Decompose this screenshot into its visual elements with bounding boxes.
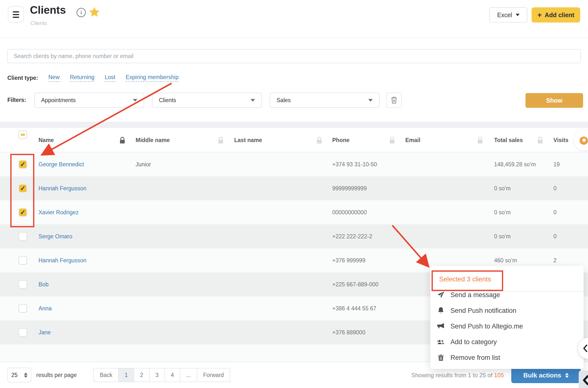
lock-icon[interactable] <box>217 137 224 144</box>
client-name-link[interactable]: Jane <box>38 329 51 336</box>
trash-icon <box>390 96 398 104</box>
results-summary: Showing results from 1 to 25 of 105 <box>411 372 504 379</box>
add-client-button[interactable]: + Add client <box>532 7 580 23</box>
client-visits: 2 <box>553 257 557 264</box>
client-type-lost[interactable]: Lost <box>105 74 115 82</box>
client-type-new[interactable]: New <box>48 74 60 82</box>
table-row: George Bennedict Junior +374 93 31-10-50… <box>0 152 588 176</box>
pagination-ellipsis[interactable]: ... <box>180 368 197 382</box>
hamburger-icon <box>13 11 19 12</box>
column-header-phone[interactable]: Phone <box>332 128 349 152</box>
row-checkbox[interactable] <box>18 304 27 313</box>
results-per-page-select[interactable]: 25 <box>7 368 31 382</box>
pagination-page-4[interactable]: 4 <box>164 368 181 382</box>
menu-item-send-push-altegio[interactable]: Send Push to Altegio.me <box>430 318 584 334</box>
lock-icon[interactable] <box>389 137 395 144</box>
results-total: 105 <box>494 372 504 378</box>
column-header-total-sales[interactable]: Total sales <box>494 128 523 152</box>
dropdown-arrow-icon <box>251 99 255 102</box>
show-filters-button[interactable]: Show <box>526 93 583 108</box>
client-phone: +222 222-222-2 <box>332 233 372 240</box>
table-row: Xavier Rodrigez 00000000000 0 so’m 0 <box>0 200 588 224</box>
filter-dropdown-appointments[interactable]: Appointments <box>34 93 144 108</box>
select-all-checkbox[interactable] <box>18 130 27 139</box>
excel-export-button[interactable]: Excel <box>489 7 527 23</box>
column-header-email[interactable]: Email <box>405 128 420 152</box>
results-per-page-label: results per page <box>36 372 77 378</box>
bell-icon <box>437 307 444 314</box>
filter-dropdown-clients[interactable]: Clients <box>152 93 262 108</box>
bulk-selection-menu: Selected 3 clients Send a message Send P… <box>430 266 584 369</box>
client-phone: +376 889000 <box>332 329 365 336</box>
client-name-link[interactable]: Anna <box>38 305 52 312</box>
client-name-link[interactable]: Hannah Fergusson <box>38 257 86 264</box>
client-visits: 0 <box>553 233 557 240</box>
column-header-last-name[interactable]: Last name <box>234 128 262 152</box>
filters-label: Filters: <box>7 97 26 103</box>
hamburger-menu-button[interactable] <box>8 6 24 23</box>
lock-icon[interactable] <box>537 137 543 144</box>
paper-plane-icon <box>437 291 445 299</box>
info-icon[interactable]: i <box>77 8 86 17</box>
client-name-link[interactable]: George Bennedict <box>38 161 84 168</box>
table-row: Hannah Fergusson 99999999999 0 so’m 0 <box>0 176 588 200</box>
clear-filters-button[interactable] <box>386 93 402 108</box>
client-name-link[interactable]: Xavier Rodrigez <box>38 209 79 216</box>
pagination-forward[interactable]: Forward <box>197 368 230 382</box>
client-total-sales: 148,459.28 so’m <box>494 161 536 168</box>
top-header: Clients Clients i Excel + Add client <box>0 0 588 38</box>
gear-icon <box>579 135 588 145</box>
client-type-row: Client type: New Returning Lost Expiring… <box>7 73 179 82</box>
menu-item-send-message[interactable]: Send a message <box>430 287 584 303</box>
table-row: Serge Omaro +222 222-222-2 0 so’m 0 <box>0 224 588 248</box>
client-name-link[interactable]: Bob <box>38 281 49 288</box>
menu-item-remove-from-list[interactable]: Remove from list <box>430 350 584 365</box>
client-visits: 19 <box>553 161 560 168</box>
bulk-actions-button[interactable]: Bulk actions <box>511 367 581 383</box>
megaphone-icon <box>437 323 445 330</box>
chevron-left-icon <box>582 344 588 352</box>
filter-dropdown-sales[interactable]: Sales <box>270 93 380 108</box>
section-divider <box>0 122 588 128</box>
row-checkbox[interactable] <box>18 328 27 337</box>
pagination-page-3[interactable]: 3 <box>149 368 165 382</box>
pagination-page-1[interactable]: 1 <box>118 368 134 382</box>
client-visits: 0 <box>553 185 557 192</box>
lock-icon[interactable] <box>316 137 322 144</box>
favorite-star-icon[interactable] <box>89 6 100 18</box>
lock-icon[interactable] <box>477 137 483 144</box>
pagination-page-2[interactable]: 2 <box>134 368 150 382</box>
breadcrumb: Clients <box>30 20 47 26</box>
column-header-visits[interactable]: Visits <box>553 128 568 152</box>
row-checkbox[interactable] <box>18 256 27 265</box>
client-type-expiring[interactable]: Expiring membership <box>126 74 179 82</box>
client-total-sales: 0 so’m <box>494 185 511 192</box>
menu-item-send-push[interactable]: Send Push notification <box>430 303 584 318</box>
menu-item-add-to-category[interactable]: Add to category <box>430 334 584 350</box>
client-name-link[interactable]: Serge Omaro <box>38 233 72 240</box>
column-header-name[interactable]: Name <box>38 128 54 152</box>
client-phone: +374 93 31-10-50 <box>332 161 377 168</box>
client-name-link[interactable]: Hannah Fergusson <box>38 185 86 192</box>
lock-icon[interactable] <box>119 137 126 144</box>
client-type-returning[interactable]: Returning <box>70 74 94 82</box>
client-phone: +376 999999 <box>332 257 365 264</box>
row-checkbox[interactable] <box>18 232 27 241</box>
row-checkbox[interactable] <box>18 208 27 217</box>
row-checkbox[interactable] <box>18 184 27 193</box>
pagination: Back 1 2 3 4 ... Forward <box>94 368 230 382</box>
client-phone: 99999999999 <box>332 185 367 192</box>
client-middle-name: Junior <box>135 161 151 168</box>
row-checkbox[interactable] <box>18 280 27 289</box>
sort-arrows-icon <box>24 373 27 378</box>
client-total-sales: 0 so’m <box>494 233 511 240</box>
client-type-label: Client type: <box>7 75 38 81</box>
client-phone: +225 667-889-000 <box>332 281 379 288</box>
search-input[interactable] <box>7 49 581 63</box>
pagination-back[interactable]: Back <box>93 368 119 382</box>
column-header-middle-name[interactable]: Middle name <box>135 128 170 152</box>
collapse-sidebar-button[interactable] <box>579 370 588 388</box>
dropdown-arrow-icon <box>133 99 137 102</box>
client-total-sales: 0 so’m <box>494 209 511 216</box>
row-checkbox[interactable] <box>18 160 27 169</box>
